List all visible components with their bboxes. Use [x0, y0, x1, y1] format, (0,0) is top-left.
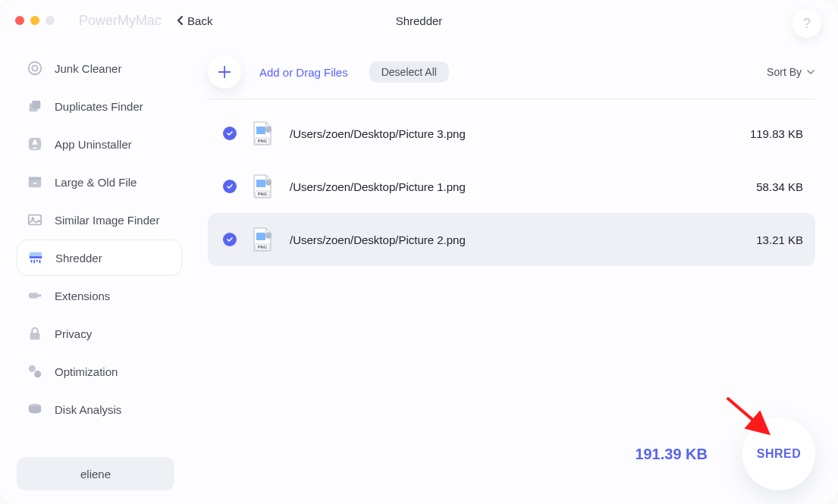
sidebar-item-large-old-file[interactable]: Large & Old File: [17, 164, 182, 200]
file-size: 13.21 KB: [756, 233, 803, 246]
sidebar: Junk Cleaner Duplicates Finder App Unins…: [0, 41, 191, 504]
title-bar: PowerMyMac Back Shredder ?: [0, 0, 838, 41]
file-size: 119.83 KB: [750, 127, 803, 140]
sidebar-item-label: Optimization: [55, 365, 118, 378]
svg-point-20: [265, 127, 271, 133]
sidebar-item-label: Disk Analysis: [55, 403, 121, 416]
chevron-down-icon: [806, 69, 815, 75]
sidebar-item-label: Extensions: [55, 290, 110, 302]
svg-text:PNG: PNG: [258, 192, 268, 196]
similar-image-finder-icon: [26, 211, 44, 229]
add-files-label[interactable]: Add or Drag Files: [259, 66, 348, 79]
extensions-icon: [26, 286, 44, 305]
svg-rect-7: [33, 183, 36, 184]
sidebar-item-label: App Uninstaller: [55, 138, 132, 151]
help-button[interactable]: ?: [792, 9, 821, 38]
file-path: /Users/zoen/Desktop/Picture 1.png: [290, 180, 466, 193]
file-path: /Users/zoen/Desktop/Picture 2.png: [290, 233, 466, 246]
maximize-window-button[interactable]: [46, 16, 55, 25]
png-file-icon: PNG: [252, 227, 273, 252]
shredder-icon: [27, 249, 45, 267]
sidebar-item-duplicates-finder[interactable]: Duplicates Finder: [17, 88, 182, 124]
svg-text:PNG: PNG: [258, 139, 268, 143]
sidebar-item-label: Duplicates Finder: [55, 100, 143, 113]
svg-point-1: [32, 65, 37, 70]
app-name: PowerMyMac: [79, 13, 162, 29]
file-list: PNG /Users/zoen/Desktop/Picture 3.png 11…: [208, 107, 815, 266]
divider: [208, 99, 815, 99]
sidebar-item-similar-image-finder[interactable]: Similar Image Finder: [17, 202, 182, 238]
svg-point-14: [29, 365, 36, 372]
large-old-file-icon: [26, 173, 44, 191]
svg-text:PNG: PNG: [258, 245, 268, 249]
checkbox-checked-icon[interactable]: [223, 127, 237, 140]
file-size: 58.34 KB: [756, 180, 803, 193]
junk-cleaner-icon: [26, 59, 44, 77]
sidebar-item-label: Shredder: [55, 252, 102, 265]
svg-point-24: [265, 180, 271, 186]
checkbox-checked-icon[interactable]: [223, 180, 237, 193]
chevron-left-icon: [177, 15, 184, 26]
file-row[interactable]: PNG /Users/zoen/Desktop/Picture 2.png 13…: [208, 213, 815, 266]
duplicates-finder-icon: [26, 97, 44, 115]
deselect-all-button[interactable]: Deselect All: [369, 61, 449, 83]
shred-button[interactable]: SHRED: [742, 418, 815, 490]
total-size: 191.39 KB: [635, 446, 708, 463]
file-row[interactable]: PNG /Users/zoen/Desktop/Picture 3.png 11…: [208, 107, 815, 160]
sidebar-item-label: Large & Old File: [55, 176, 137, 189]
sidebar-item-label: Junk Cleaner: [55, 62, 121, 75]
minimize-window-button[interactable]: [30, 16, 39, 25]
window-controls: [15, 16, 55, 25]
svg-rect-6: [29, 177, 42, 180]
png-file-icon: PNG: [252, 174, 273, 199]
svg-rect-11: [30, 256, 42, 258]
svg-rect-3: [32, 101, 40, 109]
svg-rect-13: [30, 333, 40, 340]
footer: 191.39 KB SHRED: [635, 418, 815, 490]
sidebar-item-optimization[interactable]: Optimization: [17, 353, 182, 390]
file-row[interactable]: PNG /Users/zoen/Desktop/Picture 1.png 58…: [208, 160, 815, 213]
close-window-button[interactable]: [15, 16, 24, 25]
file-path: /Users/zoen/Desktop/Picture 3.png: [290, 127, 466, 140]
svg-rect-21: [256, 180, 265, 187]
svg-rect-12: [29, 293, 39, 298]
sidebar-item-app-uninstaller[interactable]: App Uninstaller: [17, 126, 182, 162]
main-content: Add or Drag Files Deselect All Sort By P…: [191, 41, 838, 504]
optimization-icon: [26, 362, 44, 380]
sidebar-item-junk-cleaner[interactable]: Junk Cleaner: [17, 50, 182, 86]
add-files-button[interactable]: [208, 55, 241, 89]
svg-point-15: [34, 371, 41, 377]
plus-icon: [216, 64, 233, 80]
toolbar: Add or Drag Files Deselect All Sort By: [208, 55, 815, 99]
sidebar-item-disk-analysis[interactable]: Disk Analysis: [17, 391, 182, 427]
svg-rect-17: [256, 127, 265, 134]
sidebar-item-shredder[interactable]: Shredder: [17, 239, 182, 276]
svg-point-28: [265, 233, 271, 239]
app-uninstaller-icon: [26, 135, 44, 153]
sidebar-item-label: Similar Image Finder: [55, 214, 159, 227]
user-account-button[interactable]: eliene: [17, 457, 174, 490]
sidebar-item-extensions[interactable]: Extensions: [17, 277, 182, 314]
disk-analysis-icon: [26, 400, 44, 418]
sidebar-item-label: Privacy: [55, 327, 92, 340]
sort-by-label: Sort By: [767, 66, 802, 78]
svg-rect-25: [256, 233, 265, 240]
back-label: Back: [187, 14, 212, 27]
page-title: Shredder: [396, 14, 443, 27]
back-button[interactable]: Back: [177, 14, 212, 27]
svg-point-0: [29, 62, 42, 75]
sort-by-button[interactable]: Sort By: [767, 66, 815, 78]
sidebar-item-privacy[interactable]: Privacy: [17, 315, 182, 352]
checkbox-checked-icon[interactable]: [223, 233, 237, 246]
privacy-icon: [26, 324, 44, 343]
png-file-icon: PNG: [252, 121, 273, 146]
